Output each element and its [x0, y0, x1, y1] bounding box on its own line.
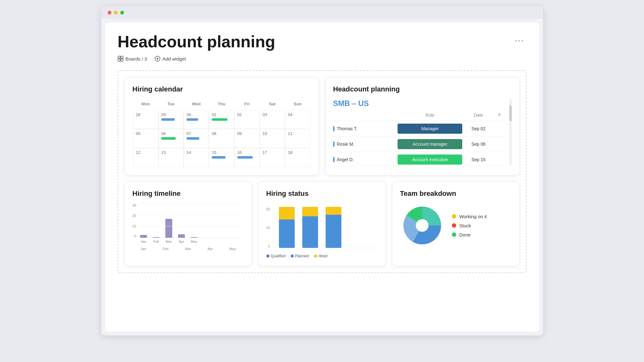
- bar-label-may: May: [191, 240, 197, 243]
- add-widget-button[interactable]: Add widget: [155, 56, 186, 61]
- pie-chart: [400, 203, 444, 248]
- calendar-table: Mon Tue Wed Thu Fri Sat Sun: [133, 99, 311, 167]
- cal-cell: 08: [209, 129, 234, 148]
- hiring-status-title: Hiring status: [266, 190, 378, 198]
- cal-header-thu: Thu: [209, 100, 234, 108]
- cal-cell: 14: [184, 148, 209, 167]
- y-axis: 30 20 10 0: [133, 203, 138, 238]
- cal-cell: 28: [133, 110, 158, 129]
- headcount-planning-title: Headcount planning: [333, 85, 512, 93]
- y-label: 10: [133, 224, 136, 228]
- page-title: Headcount planning: [118, 33, 275, 51]
- status-chart: 20 10 0: [266, 203, 378, 251]
- hiring-status-widget: Hiring status 20 10 0: [258, 182, 386, 266]
- legend-label-qualified: Qualified: [271, 254, 286, 258]
- role-cell: Account executive: [398, 155, 462, 165]
- bar-seg-blue-3: [326, 215, 341, 248]
- legend-dot-working: [452, 214, 456, 219]
- y-10: 10: [266, 226, 270, 230]
- legend-item-planned: Planned: [291, 254, 309, 258]
- cal-cell: 02: [234, 110, 260, 129]
- close-dot[interactable]: [108, 11, 111, 15]
- legend-dot-stuck: [452, 223, 456, 228]
- legend-item-hired: Hired: [314, 254, 328, 258]
- svg-rect-0: [118, 56, 120, 58]
- bar-feb: [153, 237, 160, 238]
- bar-seg-yellow-1: [279, 207, 295, 219]
- x-label-apr: Apr: [207, 247, 213, 251]
- add-circle-icon: [155, 56, 160, 61]
- bottom-widgets-row: Hiring timeline 30 20 10 0: [125, 182, 520, 266]
- bar-group-mar: Mar: [165, 219, 172, 238]
- bar-label-feb: Feb: [153, 240, 159, 243]
- cal-header-sun: Sun: [285, 100, 310, 108]
- legend-label-stuck: Stuck: [459, 223, 471, 228]
- role-cell: Account manager: [398, 139, 462, 149]
- status-legend: Qualified Planned Hired: [266, 254, 378, 258]
- cal-header-mon: Mon: [133, 100, 158, 108]
- date-cell: Sep 15: [462, 157, 494, 162]
- role-badge: Account manager: [398, 139, 462, 149]
- stacked-bar-3: [326, 207, 341, 248]
- bar-jan: [140, 235, 147, 238]
- maximize-dot[interactable]: [120, 11, 124, 15]
- cal-cell: 29: [158, 110, 184, 129]
- role-badge: Manager: [398, 124, 462, 134]
- legend-label-planned: Planned: [295, 254, 309, 258]
- headcount-planning-widget: Headcount planning SMB – US Role Date +: [325, 77, 520, 175]
- col-role-header: Role: [398, 113, 462, 118]
- board-icon: [118, 56, 123, 61]
- role-cell: Manager: [398, 124, 462, 134]
- cal-cell: 13: [158, 148, 184, 167]
- boards-selector[interactable]: Boards / 3: [118, 56, 147, 61]
- legend-item-done: Done: [452, 232, 487, 237]
- legend-item-qualified: Qualified: [266, 254, 286, 258]
- cal-header-wed: Wed: [184, 100, 209, 108]
- legend-dot-qualified: [266, 254, 269, 258]
- legend-dot-planned: [291, 254, 294, 258]
- bar-group-apr: Apr: [178, 234, 185, 238]
- scroll-thumb: [509, 105, 512, 121]
- x-label-feb: Feb: [162, 247, 168, 251]
- timeline-bars: Jan Feb Mar: [140, 203, 244, 238]
- table-row: Thomas T. Manager Sep 02: [333, 121, 504, 137]
- minimize-dot[interactable]: [114, 11, 118, 15]
- person-name: Thomas T.: [333, 126, 398, 131]
- y-label: 20: [133, 214, 136, 218]
- cal-header-sat: Sat: [260, 100, 285, 108]
- cal-cell: 10: [260, 129, 285, 148]
- bar-may: [191, 237, 198, 238]
- table-row: Angel D. Account executive Sep 15: [333, 152, 504, 166]
- boards-label: Boards / 3: [126, 56, 147, 61]
- cal-header-tue: Tue: [158, 100, 184, 108]
- cal-cell: 09: [234, 129, 260, 148]
- date-cell: Sep 02: [462, 126, 494, 131]
- bar-label-apr: Apr: [179, 240, 184, 243]
- y-label: 30: [133, 203, 136, 207]
- cal-cell: 18: [285, 148, 310, 167]
- toolbar: Boards / 3 Add widget: [118, 53, 527, 61]
- pie-chart-svg: [400, 203, 444, 248]
- team-breakdown-title: Team breakdown: [400, 190, 512, 198]
- y-0: 0: [266, 244, 270, 248]
- cal-cell: 16: [234, 148, 260, 167]
- x-axis-labels: Jan Feb Mar Apr May: [133, 247, 244, 251]
- stacked-bar-1: [279, 207, 295, 248]
- more-options-button[interactable]: ···: [512, 33, 526, 48]
- scrollbar[interactable]: [509, 99, 512, 166]
- svg-rect-3: [121, 59, 123, 61]
- bar-seg-blue-2: [302, 216, 318, 248]
- bar-mar: [165, 219, 172, 238]
- stacked-bar-2: [302, 207, 318, 248]
- date-cell: Sep 06: [462, 142, 494, 147]
- svg-rect-1: [121, 56, 123, 58]
- bar-seg-yellow-3: [326, 207, 341, 215]
- status-y-axis: 20 10 0: [266, 207, 271, 248]
- add-widget-label: Add widget: [162, 56, 186, 61]
- cal-cell: 03: [260, 110, 285, 129]
- legend-dot-done: [452, 232, 456, 237]
- add-column-button[interactable]: +: [495, 112, 504, 118]
- y-20: 20: [266, 207, 270, 211]
- bar-label-jan: Jan: [141, 240, 146, 243]
- col-date-header: Date: [462, 113, 494, 118]
